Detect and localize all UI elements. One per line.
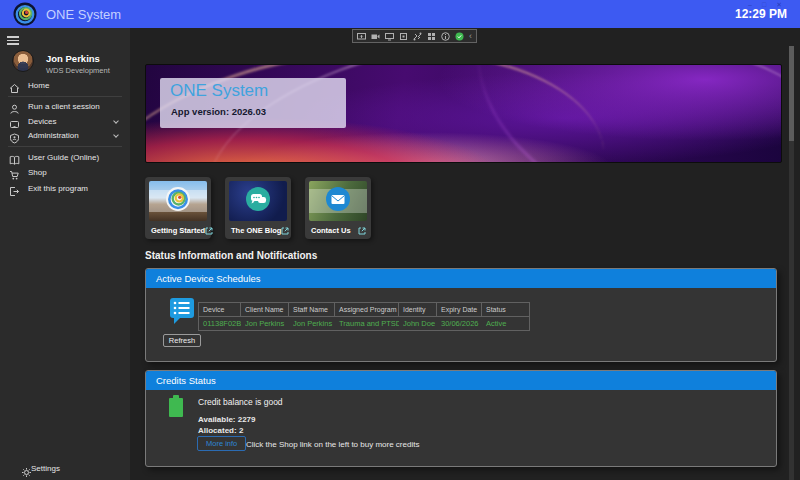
card-one-blog[interactable]: The ONE Blog xyxy=(225,177,291,239)
credits-available: Available: 2279 xyxy=(198,415,256,424)
camera-icon[interactable] xyxy=(371,32,380,41)
sidebar-item-exit[interactable]: Exit this program xyxy=(0,181,130,196)
administration-icon xyxy=(9,130,20,141)
external-link-icon xyxy=(281,221,289,239)
credit-status-text: Credit balance is good xyxy=(198,397,283,407)
main-content: ONE System App version: 2026.03 xyxy=(130,28,800,480)
connections-icon[interactable] xyxy=(413,32,422,41)
sidebar-item-user-guide[interactable]: User Guide (Online) xyxy=(0,150,130,165)
user-avatar[interactable] xyxy=(12,50,34,72)
app-window: ONE System –□✕ 12:29 PM ‹ Jon Perkins WD… xyxy=(0,0,800,480)
shop-icon xyxy=(9,167,20,178)
sidebar-item-administration[interactable]: Administration xyxy=(0,128,130,143)
section-heading: Status Information and Notifications xyxy=(145,250,317,261)
chevron-down-icon xyxy=(113,118,119,124)
battery-icon xyxy=(169,395,183,417)
sidebar-separator xyxy=(8,146,122,147)
user-guide-icon xyxy=(9,152,20,163)
monitor-cast-icon[interactable] xyxy=(385,32,394,41)
getting-started-image xyxy=(149,181,207,221)
exit-icon xyxy=(9,183,20,194)
scrollbar-thumb[interactable] xyxy=(789,46,794,141)
card-contact-us[interactable]: Contact Us xyxy=(305,177,371,239)
one-logo-icon xyxy=(165,186,191,216)
banner-overlay: ONE System App version: 2026.03 xyxy=(160,78,346,128)
user-name: Jon Perkins xyxy=(46,53,100,64)
client-session-icon xyxy=(9,101,20,112)
status-ok-icon[interactable] xyxy=(455,32,464,41)
sidebar-item-run-client-session[interactable]: Run a client session xyxy=(0,99,130,114)
credits-panel-header: Credits Status xyxy=(146,371,776,390)
home-icon xyxy=(9,80,20,91)
share-screen-icon[interactable] xyxy=(357,32,366,41)
credits-status-panel: Credits Status Credit balance is good Av… xyxy=(145,370,777,467)
menu-toggle-button[interactable] xyxy=(7,36,19,45)
external-link-icon xyxy=(205,221,213,239)
blog-image xyxy=(229,181,287,221)
shop-hint-text: Click the Shop link on the left to buy m… xyxy=(246,440,419,449)
sidebar-separator xyxy=(8,96,122,97)
table-header-row: Device Client Name Staff Name Assigned P… xyxy=(199,303,529,317)
sidebar-item-home[interactable]: Home xyxy=(0,78,130,93)
more-info-button[interactable]: More info xyxy=(197,436,246,451)
sidebar-item-devices[interactable]: Devices xyxy=(0,114,130,129)
devices-icon xyxy=(9,116,20,127)
chat-bubbles-icon xyxy=(245,186,271,216)
schedules-panel-header: Active Device Schedules xyxy=(146,269,776,288)
app-version-label: App version: 2026.03 xyxy=(171,106,266,117)
active-device-schedules-panel: Active Device Schedules Refresh Device C… xyxy=(145,268,777,362)
one-system-logo-icon xyxy=(13,2,37,26)
refresh-list-icon xyxy=(170,298,194,325)
external-link-icon xyxy=(358,221,366,239)
chevron-down-icon xyxy=(113,132,119,138)
info-icon[interactable] xyxy=(441,32,450,41)
contact-image xyxy=(309,181,367,221)
devices-grid-icon[interactable] xyxy=(427,32,436,41)
user-org: WDS Development xyxy=(46,66,110,75)
stop-frame-icon[interactable] xyxy=(399,32,408,41)
toolbar-collapse-button[interactable]: ‹ xyxy=(469,31,472,41)
sidebar-item-settings[interactable]: Settings xyxy=(0,461,130,477)
vertical-scrollbar[interactable] xyxy=(789,46,794,480)
credits-allocated: Allocated: 2 xyxy=(198,426,243,435)
banner-title: ONE System xyxy=(170,81,268,101)
floating-toolbar: ‹ xyxy=(352,29,477,43)
sidebar-item-shop[interactable]: Shop xyxy=(0,165,130,180)
card-getting-started[interactable]: Getting Started xyxy=(145,177,211,239)
envelope-icon xyxy=(325,186,351,216)
banner-art xyxy=(449,64,782,163)
schedules-table: Device Client Name Staff Name Assigned P… xyxy=(198,302,530,331)
clock: 12:29 PM xyxy=(735,7,787,21)
table-row[interactable]: 01138F02BB Jon Perkins Jon Perkins Traum… xyxy=(199,317,529,330)
sidebar: Jon Perkins WDS Development Home Run a c… xyxy=(0,28,130,480)
app-title: ONE System xyxy=(46,7,121,22)
hero-banner: ONE System App version: 2026.03 xyxy=(145,64,782,163)
titlebar: ONE System –□✕ 12:29 PM xyxy=(0,0,800,28)
